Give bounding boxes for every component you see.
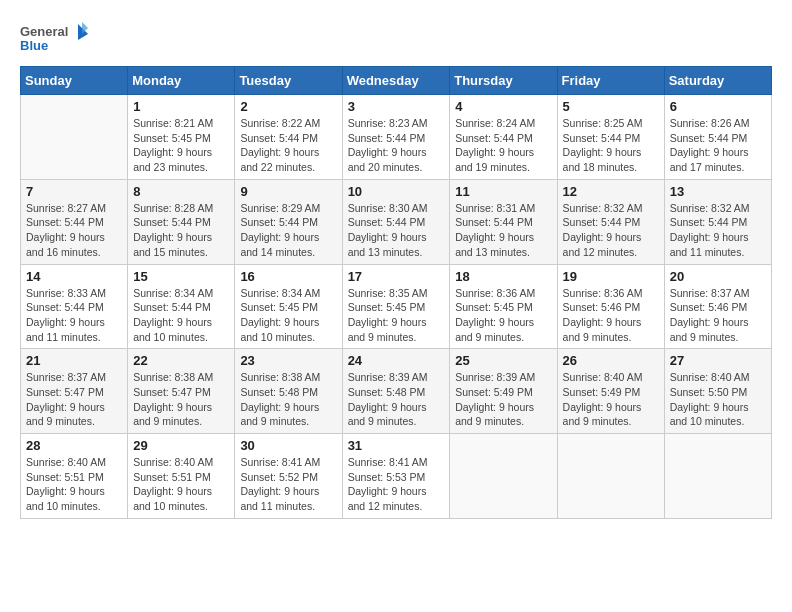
day-info: Sunrise: 8:27 AM Sunset: 5:44 PM Dayligh… [26, 201, 122, 260]
day-number: 12 [563, 184, 659, 199]
day-info: Sunrise: 8:29 AM Sunset: 5:44 PM Dayligh… [240, 201, 336, 260]
calendar-cell: 14Sunrise: 8:33 AM Sunset: 5:44 PM Dayli… [21, 264, 128, 349]
day-number: 29 [133, 438, 229, 453]
day-number: 10 [348, 184, 445, 199]
calendar-cell: 8Sunrise: 8:28 AM Sunset: 5:44 PM Daylig… [128, 179, 235, 264]
calendar-week-row: 1Sunrise: 8:21 AM Sunset: 5:45 PM Daylig… [21, 95, 772, 180]
calendar-cell: 17Sunrise: 8:35 AM Sunset: 5:45 PM Dayli… [342, 264, 450, 349]
calendar-cell: 24Sunrise: 8:39 AM Sunset: 5:48 PM Dayli… [342, 349, 450, 434]
day-number: 25 [455, 353, 551, 368]
calendar-cell: 18Sunrise: 8:36 AM Sunset: 5:45 PM Dayli… [450, 264, 557, 349]
weekday-header: Sunday [21, 67, 128, 95]
day-number: 1 [133, 99, 229, 114]
weekday-header: Monday [128, 67, 235, 95]
day-info: Sunrise: 8:39 AM Sunset: 5:49 PM Dayligh… [455, 370, 551, 429]
day-info: Sunrise: 8:34 AM Sunset: 5:44 PM Dayligh… [133, 286, 229, 345]
day-number: 9 [240, 184, 336, 199]
calendar-cell: 19Sunrise: 8:36 AM Sunset: 5:46 PM Dayli… [557, 264, 664, 349]
calendar-cell: 7Sunrise: 8:27 AM Sunset: 5:44 PM Daylig… [21, 179, 128, 264]
weekday-header: Friday [557, 67, 664, 95]
calendar-cell: 4Sunrise: 8:24 AM Sunset: 5:44 PM Daylig… [450, 95, 557, 180]
day-info: Sunrise: 8:33 AM Sunset: 5:44 PM Dayligh… [26, 286, 122, 345]
calendar-cell: 27Sunrise: 8:40 AM Sunset: 5:50 PM Dayli… [664, 349, 771, 434]
calendar-cell: 15Sunrise: 8:34 AM Sunset: 5:44 PM Dayli… [128, 264, 235, 349]
calendar-cell: 12Sunrise: 8:32 AM Sunset: 5:44 PM Dayli… [557, 179, 664, 264]
day-info: Sunrise: 8:36 AM Sunset: 5:45 PM Dayligh… [455, 286, 551, 345]
calendar-cell: 6Sunrise: 8:26 AM Sunset: 5:44 PM Daylig… [664, 95, 771, 180]
day-number: 4 [455, 99, 551, 114]
day-number: 21 [26, 353, 122, 368]
calendar-week-row: 21Sunrise: 8:37 AM Sunset: 5:47 PM Dayli… [21, 349, 772, 434]
day-number: 23 [240, 353, 336, 368]
day-number: 20 [670, 269, 766, 284]
day-number: 18 [455, 269, 551, 284]
logo: General Blue [20, 20, 90, 58]
day-number: 2 [240, 99, 336, 114]
calendar-cell [664, 434, 771, 519]
day-number: 17 [348, 269, 445, 284]
day-number: 7 [26, 184, 122, 199]
calendar-cell: 10Sunrise: 8:30 AM Sunset: 5:44 PM Dayli… [342, 179, 450, 264]
day-info: Sunrise: 8:30 AM Sunset: 5:44 PM Dayligh… [348, 201, 445, 260]
day-info: Sunrise: 8:28 AM Sunset: 5:44 PM Dayligh… [133, 201, 229, 260]
calendar-cell: 22Sunrise: 8:38 AM Sunset: 5:47 PM Dayli… [128, 349, 235, 434]
calendar-cell [21, 95, 128, 180]
calendar-cell: 3Sunrise: 8:23 AM Sunset: 5:44 PM Daylig… [342, 95, 450, 180]
day-info: Sunrise: 8:35 AM Sunset: 5:45 PM Dayligh… [348, 286, 445, 345]
day-info: Sunrise: 8:36 AM Sunset: 5:46 PM Dayligh… [563, 286, 659, 345]
calendar-cell: 20Sunrise: 8:37 AM Sunset: 5:46 PM Dayli… [664, 264, 771, 349]
calendar-cell: 5Sunrise: 8:25 AM Sunset: 5:44 PM Daylig… [557, 95, 664, 180]
day-info: Sunrise: 8:23 AM Sunset: 5:44 PM Dayligh… [348, 116, 445, 175]
day-number: 22 [133, 353, 229, 368]
weekday-header: Thursday [450, 67, 557, 95]
svg-text:General: General [20, 24, 68, 39]
day-number: 16 [240, 269, 336, 284]
day-info: Sunrise: 8:31 AM Sunset: 5:44 PM Dayligh… [455, 201, 551, 260]
calendar-header-row: SundayMondayTuesdayWednesdayThursdayFrid… [21, 67, 772, 95]
calendar-cell: 21Sunrise: 8:37 AM Sunset: 5:47 PM Dayli… [21, 349, 128, 434]
day-info: Sunrise: 8:40 AM Sunset: 5:51 PM Dayligh… [133, 455, 229, 514]
day-info: Sunrise: 8:38 AM Sunset: 5:47 PM Dayligh… [133, 370, 229, 429]
calendar-cell: 23Sunrise: 8:38 AM Sunset: 5:48 PM Dayli… [235, 349, 342, 434]
day-number: 5 [563, 99, 659, 114]
day-info: Sunrise: 8:37 AM Sunset: 5:46 PM Dayligh… [670, 286, 766, 345]
calendar-week-row: 14Sunrise: 8:33 AM Sunset: 5:44 PM Dayli… [21, 264, 772, 349]
day-info: Sunrise: 8:37 AM Sunset: 5:47 PM Dayligh… [26, 370, 122, 429]
day-info: Sunrise: 8:40 AM Sunset: 5:50 PM Dayligh… [670, 370, 766, 429]
calendar-cell: 28Sunrise: 8:40 AM Sunset: 5:51 PM Dayli… [21, 434, 128, 519]
day-info: Sunrise: 8:39 AM Sunset: 5:48 PM Dayligh… [348, 370, 445, 429]
svg-text:Blue: Blue [20, 38, 48, 53]
day-number: 31 [348, 438, 445, 453]
day-number: 30 [240, 438, 336, 453]
calendar-table: SundayMondayTuesdayWednesdayThursdayFrid… [20, 66, 772, 519]
day-info: Sunrise: 8:41 AM Sunset: 5:52 PM Dayligh… [240, 455, 336, 514]
day-number: 27 [670, 353, 766, 368]
day-info: Sunrise: 8:25 AM Sunset: 5:44 PM Dayligh… [563, 116, 659, 175]
calendar-cell: 25Sunrise: 8:39 AM Sunset: 5:49 PM Dayli… [450, 349, 557, 434]
day-number: 8 [133, 184, 229, 199]
calendar-cell: 30Sunrise: 8:41 AM Sunset: 5:52 PM Dayli… [235, 434, 342, 519]
day-info: Sunrise: 8:21 AM Sunset: 5:45 PM Dayligh… [133, 116, 229, 175]
day-number: 11 [455, 184, 551, 199]
day-info: Sunrise: 8:24 AM Sunset: 5:44 PM Dayligh… [455, 116, 551, 175]
day-info: Sunrise: 8:22 AM Sunset: 5:44 PM Dayligh… [240, 116, 336, 175]
weekday-header: Saturday [664, 67, 771, 95]
day-number: 15 [133, 269, 229, 284]
day-info: Sunrise: 8:41 AM Sunset: 5:53 PM Dayligh… [348, 455, 445, 514]
calendar-cell [557, 434, 664, 519]
day-info: Sunrise: 8:32 AM Sunset: 5:44 PM Dayligh… [670, 201, 766, 260]
calendar-cell: 13Sunrise: 8:32 AM Sunset: 5:44 PM Dayli… [664, 179, 771, 264]
logo-svg: General Blue [20, 20, 90, 58]
page-header: General Blue [20, 20, 772, 58]
calendar-cell: 26Sunrise: 8:40 AM Sunset: 5:49 PM Dayli… [557, 349, 664, 434]
calendar-cell: 9Sunrise: 8:29 AM Sunset: 5:44 PM Daylig… [235, 179, 342, 264]
day-info: Sunrise: 8:40 AM Sunset: 5:51 PM Dayligh… [26, 455, 122, 514]
day-info: Sunrise: 8:38 AM Sunset: 5:48 PM Dayligh… [240, 370, 336, 429]
day-number: 3 [348, 99, 445, 114]
calendar-cell: 11Sunrise: 8:31 AM Sunset: 5:44 PM Dayli… [450, 179, 557, 264]
calendar-week-row: 28Sunrise: 8:40 AM Sunset: 5:51 PM Dayli… [21, 434, 772, 519]
calendar-cell: 31Sunrise: 8:41 AM Sunset: 5:53 PM Dayli… [342, 434, 450, 519]
day-info: Sunrise: 8:34 AM Sunset: 5:45 PM Dayligh… [240, 286, 336, 345]
day-number: 24 [348, 353, 445, 368]
day-number: 14 [26, 269, 122, 284]
